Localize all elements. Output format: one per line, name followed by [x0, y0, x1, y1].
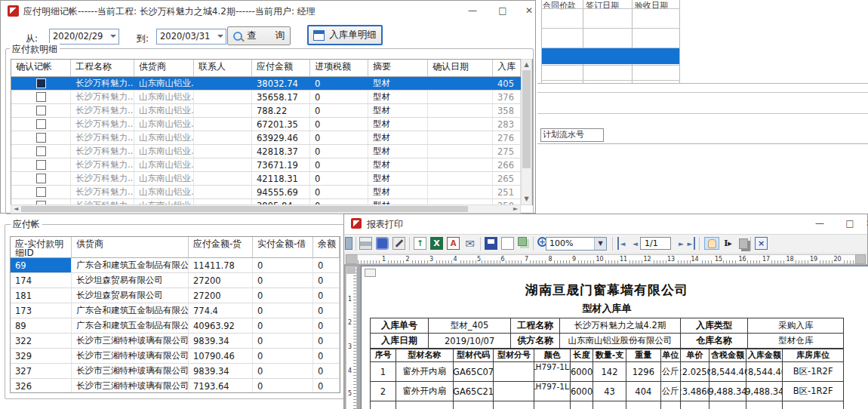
excel-icon[interactable]: X: [430, 237, 443, 250]
table-row[interactable]: 326长沙市三湘特种玻璃有限公司7193.6400: [11, 379, 340, 393]
confirm-checkbox[interactable]: [36, 160, 46, 170]
title-bar[interactable]: 应付明细记帐------当前工程: 长沙万科魅力之城4.2期------当前用户…: [1, 1, 535, 21]
maximize-button[interactable]: □: [496, 5, 509, 17]
table-row[interactable]: 长沙万科魅力...山东南山铝业...67201.350型材283: [11, 118, 532, 131]
table-row[interactable]: 长沙万科魅力...山东南山铝业...42118.310型材265: [11, 172, 532, 186]
column-header[interactable]: 入库: [493, 60, 521, 76]
pdf-icon[interactable]: A: [447, 237, 460, 250]
table-row[interactable]: 长沙万科魅力...山东南山铝业...38032.740型材405: [11, 77, 532, 91]
cell: 长沙万科魅力...: [71, 118, 134, 131]
table-row[interactable]: 174长沙坦森贸易有限公司2720000: [11, 273, 340, 288]
cell: 174: [11, 273, 72, 288]
item-cell: [454, 401, 494, 409]
table-row[interactable]: 89广东合和建筑五金制品有限公司40963.9200: [11, 318, 340, 334]
table-row[interactable]: 长沙万科魅力...山东南山铝业...42818.370型材275: [11, 145, 532, 158]
column-header[interactable]: 供货商: [72, 237, 189, 257]
zoom-level-combobox[interactable]: 100% ▼: [546, 237, 607, 251]
column-header[interactable]: 确认日期: [428, 60, 493, 76]
scroll-down-arrow[interactable]: ▼: [522, 195, 531, 204]
toolbar-separator: [533, 237, 534, 251]
minimize-button[interactable]: —: [466, 5, 479, 17]
confirm-checkbox[interactable]: [36, 174, 46, 183]
table-row[interactable]: 329长沙市三湘特种玻璃有限公司10790.4600: [11, 349, 340, 364]
page-icon[interactable]: [501, 237, 514, 250]
copy-icon[interactable]: [737, 237, 749, 250]
last-page-icon[interactable]: ►: [686, 237, 695, 250]
book-icon[interactable]: [376, 237, 389, 250]
pages-icon[interactable]: [518, 237, 527, 246]
scroll-up-arrow[interactable]: ▲: [522, 60, 531, 69]
selected-empty-row[interactable]: [542, 48, 679, 64]
confirm-checkbox[interactable]: [36, 146, 46, 156]
column-header[interactable]: 摘要: [368, 60, 428, 76]
text-select-icon[interactable]: I▸: [722, 237, 734, 250]
cell: [428, 118, 493, 131]
column-header[interactable]: 应付金额: [252, 60, 310, 76]
detail-grid-header: 确认记帐工程名称供货商联系人应付金额进项税额摘要确认日期入库: [11, 60, 532, 77]
confirm-checkbox[interactable]: [36, 187, 46, 197]
grid-line: [541, 28, 680, 29]
page-number-field[interactable]: 1/1: [640, 237, 671, 250]
column-header[interactable]: 应付金额-货: [189, 237, 253, 257]
save-icon[interactable]: [485, 237, 497, 250]
table-row[interactable]: 173广东合和建筑五金制品有限公司774.400: [11, 303, 340, 318]
column-header[interactable]: 实付金额-借: [253, 237, 313, 257]
confirm-checkbox[interactable]: [36, 133, 46, 143]
column-header[interactable]: 工程名称: [71, 60, 134, 76]
table-row[interactable]: 长沙万科魅力...山东南山铝业...94555.690型材251: [11, 186, 532, 199]
table-row[interactable]: 69广东合和建筑五金制品有限公司11411.7800: [11, 258, 340, 273]
column-header-contract-price[interactable]: 合同价款: [543, 0, 576, 11]
toolbar-separator: [480, 237, 481, 251]
column-header[interactable]: 应-实付款明细ID: [11, 237, 72, 257]
column-header[interactable]: 联系人: [194, 60, 252, 76]
scrollbar-thumb[interactable]: [21, 206, 468, 212]
item-column-header: 型材名称: [396, 349, 454, 362]
plan-serial-field[interactable]: 计划流水号: [540, 128, 604, 142]
scrollbar-thumb[interactable]: [522, 70, 531, 168]
table-row[interactable]: 327长沙市三湘特种玻璃有限公司9839.3400: [11, 364, 340, 379]
scroll-right-arrow[interactable]: ►: [512, 205, 519, 213]
table-row[interactable]: 322长沙市三湘特种玻璃有限公司9839.3400: [11, 334, 340, 349]
close-button[interactable]: ✕: [522, 5, 536, 17]
column-header[interactable]: 确认记帐: [11, 60, 71, 76]
close-preview-icon[interactable]: ×: [755, 237, 768, 250]
printer-icon[interactable]: [359, 237, 372, 250]
designer-icon[interactable]: [345, 237, 352, 250]
close-button[interactable]: ✕: [863, 217, 868, 230]
column-header-accept-date[interactable]: 验收日期: [635, 0, 668, 11]
confirm-checkbox[interactable]: [36, 92, 46, 102]
copy-pages-glyph: [739, 238, 748, 249]
table-row[interactable]: 长沙万科魅力...山东南山铝业...63929.460型材276: [11, 131, 532, 145]
inbound-detail-button[interactable]: 入库单明细: [307, 25, 383, 45]
minimize-button[interactable]: —: [813, 217, 826, 230]
table-row[interactable]: 181长沙坦森贸易有限公司2720000: [11, 288, 340, 303]
ruler-number: 7: [524, 255, 529, 263]
table-row[interactable]: 长沙万科魅力...山东南山铝业...788.220型材358: [11, 104, 532, 118]
horizontal-scrollbar[interactable]: ◄ ►: [11, 204, 521, 214]
table-row[interactable]: 长沙万科魅力...山东南山铝业...35658.170型材376: [11, 91, 532, 104]
export-icon[interactable]: ↑: [414, 237, 426, 250]
scroll-left-arrow[interactable]: ◄: [12, 205, 20, 213]
title-bar[interactable]: 报表打印 — □ ✕: [344, 214, 867, 234]
to-date-combobox[interactable]: 2020/03/31: [156, 29, 226, 45]
from-date-combobox[interactable]: 2020/02/29: [49, 29, 119, 45]
column-header[interactable]: 进项税额: [310, 60, 368, 76]
vertical-scrollbar[interactable]: ▲ ▼: [521, 59, 532, 205]
cell: 11411.78: [189, 258, 253, 272]
app-icon: [351, 218, 362, 229]
report-preview-area[interactable]: 12345 湖南亘晟门窗幕墙有限公司 型材入库单 入库单号型材_405工程名称长…: [344, 264, 867, 408]
maximize-button[interactable]: □: [843, 217, 857, 230]
confirm-checkbox[interactable]: [36, 119, 46, 129]
column-header-sign-date[interactable]: 签订日期: [586, 0, 619, 11]
tools-icon[interactable]: [392, 237, 405, 250]
first-page-icon[interactable]: ◄: [617, 237, 626, 250]
table-row[interactable]: 长沙万科魅力...山东南山铝业...73671.190型材266: [11, 158, 532, 172]
column-header[interactable]: 供货商: [134, 60, 194, 76]
column-header[interactable]: 余额: [313, 237, 340, 257]
item-cell: 6000: [571, 382, 593, 401]
mail-icon[interactable]: ✉: [463, 237, 476, 250]
confirm-checkbox[interactable]: [36, 106, 46, 115]
query-button[interactable]: 查 询: [227, 26, 291, 45]
confirm-checkbox[interactable]: [36, 78, 46, 88]
hand-icon[interactable]: [704, 237, 719, 250]
